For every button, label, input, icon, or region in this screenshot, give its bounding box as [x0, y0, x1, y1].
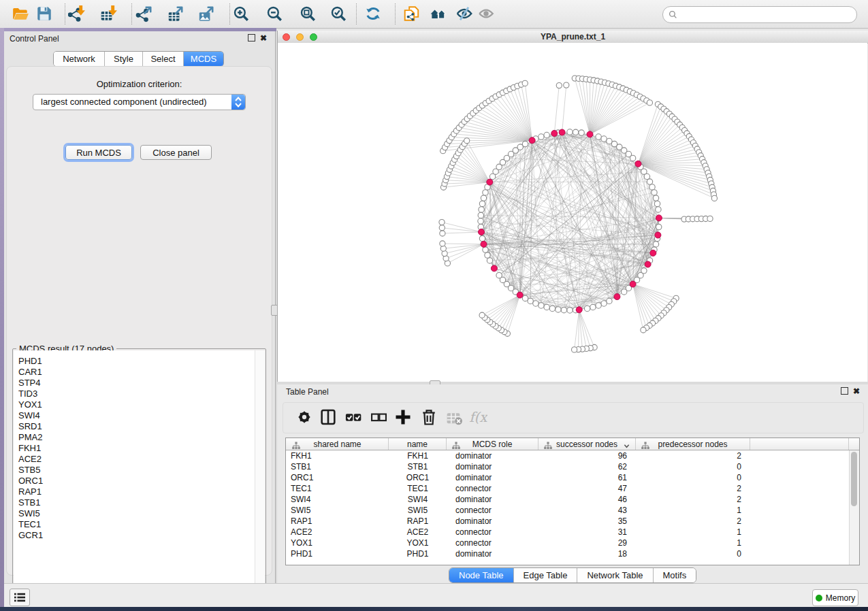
cell-MCDS-role[interactable]: connector	[455, 527, 492, 537]
mcds-result-item[interactable]: SRD1	[18, 421, 255, 432]
toggle-columns-icon[interactable]	[319, 408, 339, 428]
run-mcds-button[interactable]: Run MCDS	[65, 145, 132, 160]
cell-successor-nodes[interactable]: 61	[539, 473, 627, 482]
tab-mcds[interactable]: MCDS	[184, 52, 223, 66]
mcds-result-item[interactable]: GCR1	[18, 530, 255, 541]
mcds-result-item[interactable]: STP4	[18, 378, 255, 389]
table-row-ACE2[interactable]: ACE2ACE2connector311	[286, 527, 859, 538]
task-list-button[interactable]	[10, 589, 30, 606]
cell-MCDS-role[interactable]: dominator	[455, 516, 492, 526]
cell-shared-name[interactable]: STB1	[291, 462, 311, 472]
cell-name[interactable]: ACE2	[389, 527, 447, 537]
cell-predecessor-nodes[interactable]: 2	[636, 516, 741, 526]
memory-button[interactable]: Memory	[812, 589, 858, 606]
table-row-YOX1[interactable]: YOX1YOX1connector291	[286, 538, 859, 548]
float-table-panel-icon[interactable]	[841, 387, 848, 395]
cell-MCDS-role[interactable]: dominator	[455, 495, 492, 504]
cell-predecessor-nodes[interactable]: 0	[636, 473, 741, 482]
cell-MCDS-role[interactable]: dominator	[455, 462, 492, 472]
mcds-result-item[interactable]: STB1	[18, 497, 255, 508]
open-file-icon[interactable]	[12, 5, 29, 22]
select-all-icon[interactable]	[344, 408, 364, 428]
table-row-SWI5[interactable]: SWI5SWI5connector431	[286, 505, 859, 516]
close-table-panel-icon[interactable]: ✖	[853, 388, 860, 395]
cell-successor-nodes[interactable]: 46	[539, 495, 627, 504]
tab-network-table[interactable]: Network Table	[577, 568, 653, 582]
cell-predecessor-nodes[interactable]: 2	[636, 451, 741, 461]
table-settings-icon[interactable]	[295, 408, 315, 428]
cell-shared-name[interactable]: ORC1	[291, 473, 313, 482]
duplicate-network-icon[interactable]	[403, 5, 421, 22]
cell-name[interactable]: TEC1	[389, 484, 447, 493]
mcds-result-list[interactable]: PHD1CAR1STP4TID3YOX1SWI4SRD1PMA2FKH1ACE2…	[14, 350, 255, 598]
cell-MCDS-role[interactable]: connector	[455, 484, 492, 493]
zoom-fit-icon[interactable]	[299, 5, 317, 22]
cell-shared-name[interactable]: PHD1	[291, 549, 312, 559]
mcds-result-scrollbar[interactable]	[255, 350, 265, 598]
table-scrollbar[interactable]	[849, 450, 859, 565]
cell-successor-nodes[interactable]: 62	[539, 462, 627, 472]
export-table-icon[interactable]	[167, 5, 184, 22]
mcds-result-item[interactable]: TID3	[18, 389, 255, 399]
table-row-RAP1[interactable]: RAP1RAP1dominator352	[286, 516, 859, 527]
column-header-shared-name[interactable]: shared name	[287, 438, 389, 450]
table-row-ORC1[interactable]: ORC1ORC1dominator610	[286, 472, 859, 483]
cell-predecessor-nodes[interactable]: 1	[636, 538, 741, 548]
table-row-TEC1[interactable]: TEC1TEC1connector472	[286, 483, 859, 494]
mcds-result-item[interactable]: YOX1	[18, 399, 255, 410]
cell-successor-nodes[interactable]: 18	[539, 549, 627, 559]
hide-selected-icon[interactable]	[455, 5, 473, 22]
mcds-result-item[interactable]: ACE2	[18, 454, 255, 465]
delete-column-icon[interactable]	[419, 408, 440, 428]
close-panel-icon[interactable]: ✖	[260, 35, 267, 42]
cell-shared-name[interactable]: SWI5	[291, 506, 310, 515]
tab-style[interactable]: Style	[105, 52, 143, 66]
table-row-SWI4[interactable]: SWI4SWI4dominator462	[286, 494, 859, 505]
tab-motifs[interactable]: Motifs	[654, 568, 696, 582]
cell-predecessor-nodes[interactable]: 1	[636, 506, 741, 515]
mcds-result-item[interactable]: RAP1	[18, 486, 255, 497]
export-network-icon[interactable]	[135, 5, 153, 22]
mcds-result-item[interactable]: CAR1	[18, 367, 255, 378]
add-column-icon[interactable]	[393, 408, 414, 428]
cell-predecessor-nodes[interactable]: 0	[636, 549, 741, 559]
table-row-FKH1[interactable]: FKH1FKH1dominator962	[286, 450, 859, 461]
mcds-result-item[interactable]: TEC1	[18, 519, 255, 530]
mcds-result-item[interactable]: PMA2	[18, 432, 255, 443]
cell-name[interactable]: ORC1	[389, 473, 447, 482]
cell-name[interactable]: FKH1	[389, 451, 447, 461]
zoom-out-icon[interactable]	[266, 5, 283, 22]
column-header-successor-nodes[interactable]: successor nodes	[539, 438, 636, 450]
cell-name[interactable]: YOX1	[389, 538, 447, 548]
criterion-select[interactable]: largest connected component (undirected)	[33, 94, 246, 110]
close-panel-button[interactable]: Close panel	[140, 145, 212, 160]
cell-name[interactable]: RAP1	[389, 516, 447, 526]
network-canvas[interactable]	[278, 43, 867, 382]
cell-shared-name[interactable]: YOX1	[291, 538, 312, 548]
mcds-result-item[interactable]: FKH1	[18, 443, 255, 454]
cell-shared-name[interactable]: RAP1	[291, 516, 312, 526]
cell-shared-name[interactable]: FKH1	[291, 451, 312, 461]
cell-successor-nodes[interactable]: 31	[539, 527, 627, 537]
cell-MCDS-role[interactable]: connector	[455, 538, 492, 548]
cell-successor-nodes[interactable]: 29	[539, 538, 627, 548]
cell-successor-nodes[interactable]: 47	[539, 484, 627, 493]
table-row-PHD1[interactable]: PHD1PHD1dominator180	[286, 548, 859, 559]
mcds-result-item[interactable]: PHD1	[18, 356, 255, 367]
cell-predecessor-nodes[interactable]: 2	[636, 484, 741, 493]
tab-edge-table[interactable]: Edge Table	[514, 568, 578, 582]
deselect-all-icon[interactable]	[369, 408, 389, 428]
cell-MCDS-role[interactable]: dominator	[455, 473, 492, 482]
refresh-view-icon[interactable]	[364, 5, 382, 22]
tab-select[interactable]: Select	[143, 52, 184, 66]
mcds-result-item[interactable]: STB5	[18, 465, 255, 476]
mcds-result-item[interactable]: SWI4	[18, 410, 255, 421]
float-panel-icon[interactable]	[248, 34, 255, 42]
tab-network[interactable]: Network	[54, 52, 105, 66]
cell-predecessor-nodes[interactable]: 0	[636, 462, 741, 472]
cell-MCDS-role[interactable]: dominator	[455, 549, 492, 559]
first-neighbors-icon[interactable]	[430, 5, 447, 22]
cell-shared-name[interactable]: SWI4	[291, 495, 310, 504]
cell-shared-name[interactable]: TEC1	[291, 484, 312, 493]
cell-shared-name[interactable]: ACE2	[291, 527, 312, 537]
